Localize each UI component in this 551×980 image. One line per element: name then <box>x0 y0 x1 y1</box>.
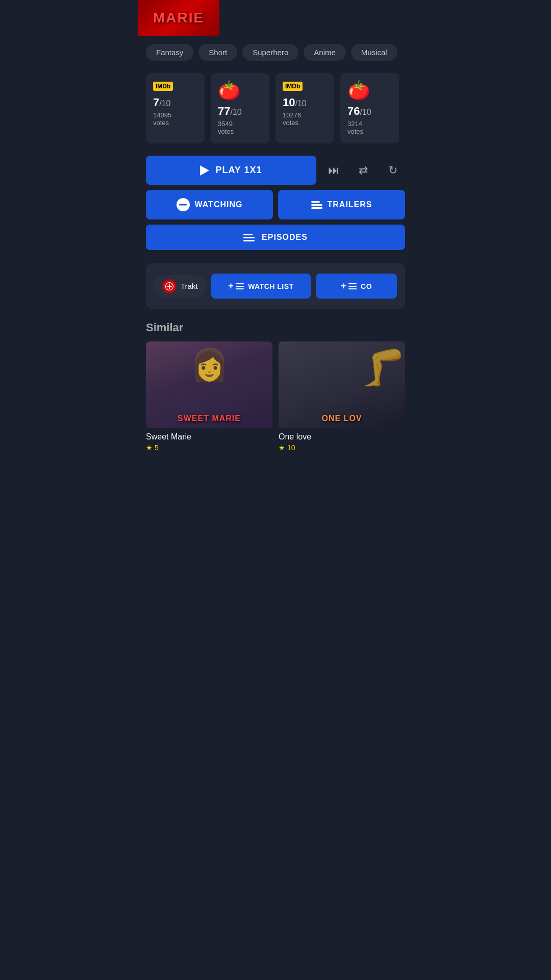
rating-votes-4: 3214votes <box>347 120 363 135</box>
rating-votes-3: 10276votes <box>283 111 301 127</box>
play-icon <box>200 165 209 176</box>
rating-score-4: 76/10 <box>347 105 371 118</box>
watch-list-button[interactable]: + WATCH LIST <box>211 274 311 299</box>
similar-card-name-sweet-marie: Sweet Marie <box>146 432 272 442</box>
similar-card-one-love[interactable]: 🦵 ONE LOV One love ★ 10 <box>279 341 405 452</box>
rating-score-3: 10/10 <box>283 96 307 109</box>
genre-chip-superhero[interactable]: Superhero <box>242 44 298 61</box>
similar-card-image-one-love: 🦵 ONE LOV <box>279 341 405 428</box>
trakt-section: Trakt + WATCH LIST + CO <box>146 263 405 309</box>
rating-card-tomato-1: 🍅 77/10 3549votes <box>211 73 269 143</box>
sweet-marie-image-title: SWEET MARIE <box>178 414 241 423</box>
genre-chips-container: Fantasy Short Superhero Anime Musical <box>138 36 413 69</box>
episodes-button[interactable]: EPISODES <box>146 225 405 250</box>
hero-title: MARIE <box>153 10 204 26</box>
similar-title: Similar <box>146 321 405 334</box>
rating-card-imdb-1: IMDb 7/10 14095votes <box>146 73 205 143</box>
rating-score-2: 77/10 <box>218 105 242 118</box>
rating-score-1: 7/10 <box>153 96 171 109</box>
rating-votes-1: 14095votes <box>153 111 171 127</box>
similar-card-image-sweet-marie: 👩 SWEET MARIE <box>146 341 272 428</box>
tomato-icon-2: 🍅 <box>347 81 370 100</box>
similar-card-name-one-love: One love <box>279 432 405 442</box>
star-icon-sweet-marie: ★ <box>146 444 153 452</box>
imdb-logo-1: IMDb <box>153 81 173 91</box>
minus-circle-icon <box>177 198 190 211</box>
rating-cards-container: IMDb 7/10 14095votes 🍅 77/10 3549votes I… <box>138 69 413 152</box>
shuffle-button[interactable]: ⇄ <box>351 158 375 183</box>
secondary-row: WATCHING TRAILERS <box>146 190 405 219</box>
one-love-image-title: ONE LOV <box>321 414 362 423</box>
imdb-logo-2: IMDb <box>283 81 303 91</box>
trakt-icon <box>162 279 177 293</box>
similar-section: Similar 👩 SWEET MARIE Sweet Marie ★ 5 <box>138 317 413 460</box>
repeat-icon: ↻ <box>388 164 397 177</box>
collection-button[interactable]: + CO <box>316 274 397 299</box>
hero-image: MARIE <box>138 0 219 36</box>
skip-next-icon: ⏭ <box>328 164 339 177</box>
genre-chip-fantasy[interactable]: Fantasy <box>146 44 193 61</box>
repeat-button[interactable]: ↻ <box>381 158 405 183</box>
rating-votes-2: 3549votes <box>218 120 234 135</box>
watching-button[interactable]: WATCHING <box>146 190 273 219</box>
action-section: PLAY 1X1 ⏭ ⇄ ↻ WATCHING TRAILERS EPISODE… <box>138 152 413 259</box>
list-icon-episodes <box>243 234 255 241</box>
similar-card-rating-one-love: ★ 10 <box>279 444 405 452</box>
rating-card-tomato-2: 🍅 76/10 3214votes <box>340 73 399 143</box>
genre-chip-musical[interactable]: Musical <box>351 44 397 61</box>
list-icon-trailers <box>311 201 322 209</box>
add-list-icon-collection: + <box>341 281 357 291</box>
rating-card-imdb-2: IMDb 10/10 10276votes <box>276 73 334 143</box>
similar-card-rating-sweet-marie: ★ 5 <box>146 444 272 452</box>
similar-card-sweet-marie[interactable]: 👩 SWEET MARIE Sweet Marie ★ 5 <box>146 341 272 452</box>
trakt-logo-button[interactable]: Trakt <box>154 275 206 298</box>
skip-next-button[interactable]: ⏭ <box>321 158 346 183</box>
add-list-icon-watchlist: + <box>228 281 244 291</box>
trailers-button[interactable]: TRAILERS <box>278 190 405 219</box>
genre-chip-short[interactable]: Short <box>198 44 237 61</box>
tomato-icon-1: 🍅 <box>218 81 241 100</box>
shuffle-icon: ⇄ <box>359 164 368 177</box>
play-row: PLAY 1X1 ⏭ ⇄ ↻ <box>146 156 405 185</box>
trakt-label: Trakt <box>181 282 198 290</box>
star-icon-one-love: ★ <box>279 444 285 452</box>
similar-grid: 👩 SWEET MARIE Sweet Marie ★ 5 🦵 ONE LOV <box>146 341 405 452</box>
play-button[interactable]: PLAY 1X1 <box>146 156 316 185</box>
genre-chip-anime[interactable]: Anime <box>304 44 346 61</box>
